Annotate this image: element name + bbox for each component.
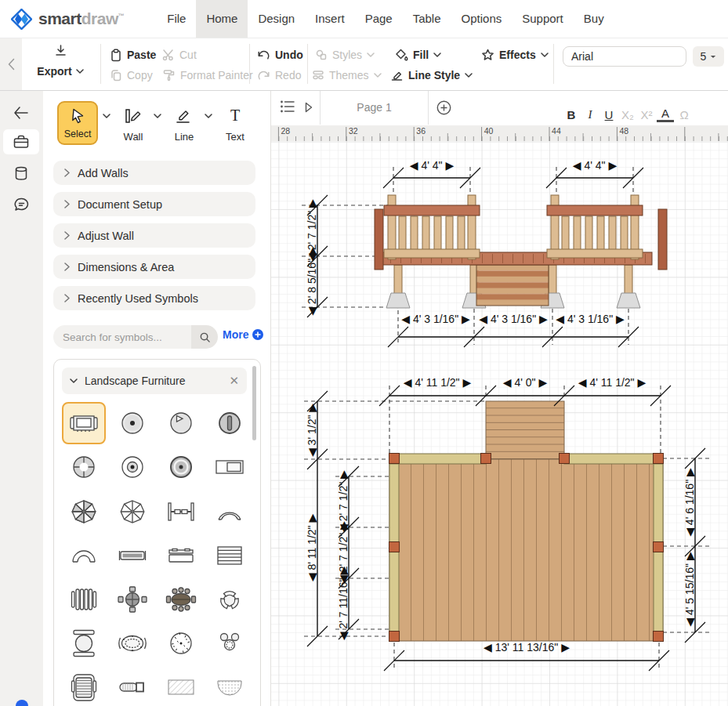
symbol-round-firepit-quartered[interactable] xyxy=(62,446,106,488)
italic-button[interactable]: I xyxy=(581,107,599,122)
redo-button[interactable]: Redo xyxy=(257,67,301,84)
subscript-button[interactable]: X₂ xyxy=(619,107,636,122)
library-header[interactable]: Landscape Furniture ✕ xyxy=(62,367,247,394)
cut-button[interactable]: Cut xyxy=(162,46,197,63)
symbol-patio-umbrella[interactable] xyxy=(110,491,154,533)
menu-buy[interactable]: Buy xyxy=(574,0,614,38)
app-logo[interactable]: smartdraw™ xyxy=(11,9,124,30)
back-button[interactable] xyxy=(3,100,39,125)
play-page-icon[interactable] xyxy=(305,102,313,113)
symbol-porch-swing-frame[interactable] xyxy=(159,491,203,533)
wall-tool-chevron-icon[interactable] xyxy=(154,114,161,118)
symbol-garden-bench[interactable] xyxy=(62,402,106,444)
symbol-planting-table[interactable] xyxy=(159,622,203,664)
menu-options[interactable]: Options xyxy=(451,0,512,38)
dim-label[interactable]: ◀ 4' 11 1/2" ▶ xyxy=(404,376,472,389)
accordion-dimensions-area[interactable]: Dimensions & Area xyxy=(53,255,255,279)
symbol-patio-umbrella-shaded[interactable] xyxy=(62,491,106,533)
symbol-curved-bench[interactable] xyxy=(208,491,252,533)
library-close-icon[interactable]: ✕ xyxy=(229,374,239,388)
symbol-slatted-lounger[interactable] xyxy=(208,534,252,577)
symbol-round-table-seat[interactable] xyxy=(159,402,203,444)
dim-label[interactable]: ◀ 4' 5 15/16" ▶ xyxy=(683,552,696,627)
symbol-picnic-table-side[interactable] xyxy=(159,534,203,577)
more-symbols-button[interactable]: More xyxy=(223,328,263,341)
dim-label[interactable]: ◀ 13' 11 13/16" ▶ xyxy=(484,641,570,654)
menu-page[interactable]: Page xyxy=(355,0,403,38)
fill-button[interactable]: Fill xyxy=(395,46,441,63)
rail-tools-button[interactable] xyxy=(3,129,39,154)
library-scrollbar[interactable] xyxy=(252,366,256,440)
accordion-document-setup[interactable]: Document Setup xyxy=(53,192,255,216)
dim-label[interactable]: ◀ 4' 4" ▶ xyxy=(410,159,455,172)
symbol-firepit-ring[interactable] xyxy=(110,446,154,488)
underline-button[interactable]: U xyxy=(600,107,618,122)
line-style-button[interactable]: Line Style xyxy=(390,67,473,84)
symbol-garden-cart[interactable] xyxy=(110,666,154,706)
effects-button[interactable]: Effects xyxy=(481,46,549,63)
symbol-chaise-lounge[interactable] xyxy=(62,666,106,706)
add-page-icon[interactable] xyxy=(436,100,451,115)
symbol-round-table-two-benches[interactable] xyxy=(62,622,106,664)
menu-design[interactable]: Design xyxy=(248,0,305,38)
dim-label[interactable]: ◀ 4' 3 1/16" ▶ xyxy=(401,313,470,325)
export-button[interactable]: Export xyxy=(28,44,92,78)
dim-label[interactable]: ◀ 4' 3 1/16" ▶ xyxy=(479,313,548,325)
menu-insert[interactable]: Insert xyxy=(305,0,355,38)
accordion-recently-used-symbols[interactable]: Recently Used Symbols xyxy=(53,286,255,310)
symbol-park-bench[interactable] xyxy=(110,534,154,577)
symbol-table-six-chairs[interactable] xyxy=(159,578,203,621)
symbol-omega-button[interactable]: Ω xyxy=(675,107,693,122)
accordion-adjust-wall[interactable]: Adjust Wall xyxy=(53,223,255,248)
dim-label[interactable]: ◀ 3' 1/2" ▶ xyxy=(306,404,318,457)
symbol-oval-table-plants[interactable] xyxy=(110,622,154,664)
bold-button[interactable]: B xyxy=(563,107,580,122)
font-size-select[interactable]: 5 xyxy=(693,46,724,67)
page-tab[interactable]: Page 1 xyxy=(320,90,429,125)
format-painter-button[interactable]: Format Painter xyxy=(162,67,253,84)
symbol-semicircle-bench[interactable] xyxy=(62,534,106,577)
symbol-storage-box[interactable] xyxy=(208,446,252,488)
dim-label[interactable]: ◀ 4' 0" ▶ xyxy=(503,376,548,389)
symbol-search-input[interactable] xyxy=(53,325,191,349)
themes-button[interactable]: Themes xyxy=(312,67,382,84)
dim-label[interactable]: ◀ 2' 8 5/16" ▶ xyxy=(306,247,318,316)
wall-tool-button[interactable]: Wall xyxy=(115,107,151,143)
select-tool-button[interactable]: Select xyxy=(57,101,98,145)
dim-label[interactable]: ◀ 4' 6 1/16" ▶ xyxy=(683,468,696,537)
line-tool-chevron-icon[interactable] xyxy=(205,114,212,118)
font-family-input[interactable] xyxy=(563,46,686,67)
dim-label[interactable]: ◀ 2' 7 11/16" ▶ xyxy=(337,567,350,641)
dim-label[interactable]: ◀ 4' 4" ▶ xyxy=(573,159,618,172)
menu-support[interactable]: Support xyxy=(512,0,574,38)
styles-button[interactable]: Styles xyxy=(315,46,375,63)
dim-label[interactable]: ◀ 4' 11 1/2" ▶ xyxy=(578,376,647,389)
superscript-button[interactable]: X² xyxy=(638,107,655,122)
symbol-round-table-dark[interactable] xyxy=(208,402,252,444)
symbol-round-table[interactable] xyxy=(110,402,154,444)
page-list-icon[interactable] xyxy=(280,100,295,114)
symbol-search-button[interactable] xyxy=(191,325,218,349)
text-tool-button[interactable]: T Text xyxy=(217,107,253,143)
copy-button[interactable]: Copy xyxy=(110,67,153,84)
drawing-surface[interactable]: ◀ 4' 4" ▶ ◀ 4' 4" ▶ ◀ 2' 7 1/2" ▶ ◀ 2' 8… xyxy=(270,141,728,706)
symbol-gravel-pad-semicircle[interactable] xyxy=(208,666,252,706)
line-tool-button[interactable]: Line xyxy=(166,107,202,143)
symbol-fire-table[interactable] xyxy=(159,446,203,488)
undo-button[interactable]: Undo xyxy=(257,46,303,63)
menu-home[interactable]: Home xyxy=(196,0,248,38)
paste-button[interactable]: Paste xyxy=(110,46,156,63)
rail-comments-button[interactable] xyxy=(3,192,39,217)
accordion-add-walls[interactable]: Add Walls xyxy=(53,161,255,185)
symbol-gravel-pad-rect[interactable] xyxy=(159,666,203,706)
dim-label[interactable]: ◀ 4' 3 1/16" ▶ xyxy=(556,313,625,325)
menu-file[interactable]: File xyxy=(157,0,196,38)
symbol-table-cluster[interactable] xyxy=(208,622,252,664)
select-tool-chevron-icon[interactable] xyxy=(103,114,110,118)
symbol-vertical-slat-bench[interactable] xyxy=(62,578,106,621)
menu-table[interactable]: Table xyxy=(403,0,451,38)
collapse-toolbar-button[interactable] xyxy=(0,38,22,90)
font-color-button[interactable]: A xyxy=(657,107,674,122)
rail-data-button[interactable] xyxy=(3,161,39,186)
symbol-table-four-chairs[interactable] xyxy=(110,578,154,621)
